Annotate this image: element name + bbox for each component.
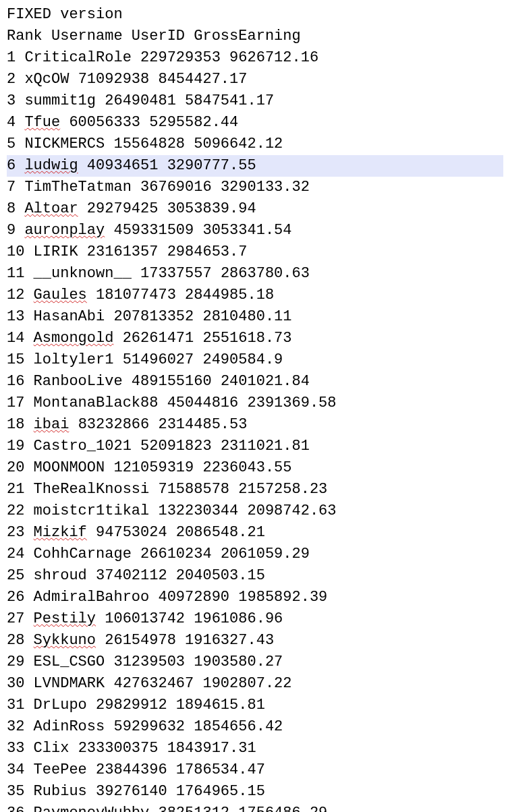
table-row: 3 summit1g 26490481 5847541.17 <box>7 90 503 112</box>
cell-rank: 1 <box>7 49 16 66</box>
table-row: 21 TheRealKnossi 71588578 2157258.23 <box>7 479 503 500</box>
gap <box>24 654 33 670</box>
gap <box>167 524 176 541</box>
cell-username: AdinRoss <box>34 718 105 735</box>
table-row: 26 AdmiralBahroo 40972890 1985892.39 <box>7 587 503 608</box>
gap <box>176 92 185 109</box>
gap <box>24 783 33 800</box>
table-row: 15 loltyler1 51496027 2490584.9 <box>7 349 503 371</box>
cell-gross: 3053341.54 <box>202 222 291 239</box>
table-row: 9 auronplay 459331509 3053341.54 <box>7 220 503 241</box>
cell-rank: 16 <box>7 373 24 390</box>
gap <box>229 481 238 498</box>
table-row: 27 Pestily 106013742 1961086.96 <box>7 608 503 630</box>
gap <box>16 71 24 88</box>
gap <box>24 697 33 714</box>
table-row: 20 MOONMOON 121059319 2236043.55 <box>7 457 503 479</box>
gap <box>24 675 33 692</box>
cell-rank: 22 <box>7 502 24 519</box>
gap <box>24 287 33 303</box>
table-row: 11 __unknown__ 17337557 2863780.63 <box>7 263 503 285</box>
cell-gross: 1756486.29 <box>238 805 327 812</box>
cell-userid: 233300375 <box>78 740 159 757</box>
cell-gross: 2098742.63 <box>247 502 336 519</box>
cell-rank: 12 <box>7 287 24 303</box>
cell-gross: 1902807.22 <box>202 675 291 692</box>
cell-username: moistcr1tikal <box>34 502 150 519</box>
cell-username: TimTheTatman <box>24 179 131 196</box>
cell-username: MontanaBlack88 <box>34 395 159 411</box>
cell-username: ESL_CSGO <box>34 654 105 670</box>
cell-username: TeePee <box>34 761 87 778</box>
cell-rank: 3 <box>7 92 16 109</box>
table-row: 34 TeePee 23844396 1786534.47 <box>7 759 503 781</box>
cell-username: CohhCarnage <box>34 546 132 562</box>
cell-userid: 40972890 <box>158 589 229 606</box>
gap <box>238 395 247 411</box>
gap <box>24 395 33 411</box>
cell-userid: 71092938 <box>78 71 150 88</box>
cell-gross: 2844985.18 <box>185 287 274 303</box>
gap <box>229 589 238 606</box>
gap <box>24 459 33 476</box>
cell-username: DrLupo <box>34 697 87 714</box>
cell-gross: 3053839.94 <box>167 200 256 217</box>
table-row: 18 ibai 83232866 2314485.53 <box>7 414 503 436</box>
cell-rank: 7 <box>7 179 16 196</box>
gap <box>69 416 78 433</box>
table-row: 29 ESL_CSGO 31239503 1903580.27 <box>7 651 503 673</box>
cell-gross: 1916327.43 <box>185 632 274 649</box>
cell-gross: 2391369.58 <box>247 395 336 411</box>
cell-username: Rubius <box>34 783 87 800</box>
table-row: 4 Tfue 60056333 5295582.44 <box>7 112 503 134</box>
table-row: 36 PaymoneyWubby 38251312 1756486.29 <box>7 803 503 812</box>
cell-userid: 94753024 <box>96 524 167 541</box>
gap <box>105 675 113 692</box>
gap <box>16 157 24 174</box>
cell-username: RanbooLive <box>34 373 123 390</box>
gap <box>149 481 158 498</box>
gap <box>16 200 24 217</box>
cell-rank: 20 <box>7 459 24 476</box>
cell-userid: 23161357 <box>87 243 159 260</box>
cell-gross: 1961086.96 <box>194 610 283 627</box>
cell-rank: 13 <box>7 308 24 325</box>
table-row: 23 Mizkif 94753024 2086548.21 <box>7 522 503 544</box>
cell-userid: 26154978 <box>105 632 176 649</box>
cell-username: summit1g <box>24 92 96 109</box>
cell-gross: 1903580.27 <box>194 654 283 670</box>
gap <box>158 740 167 757</box>
table-row: 35 Rubius 39276140 1764965.15 <box>7 781 503 803</box>
gap <box>123 28 132 45</box>
cell-rank: 26 <box>7 589 24 606</box>
cell-userid: 29829912 <box>96 697 167 714</box>
cell-gross: 2551618.73 <box>202 330 291 347</box>
cell-userid: 37402112 <box>96 567 167 584</box>
gap <box>69 740 78 757</box>
cell-rank: 4 <box>7 114 16 131</box>
cell-userid: 106013742 <box>105 610 185 627</box>
cell-userid: 40934651 <box>87 157 159 174</box>
cell-gross: 2157258.23 <box>238 481 327 498</box>
gap <box>60 114 69 131</box>
gap <box>113 330 122 347</box>
cell-gross: 2810480.11 <box>202 308 291 325</box>
cell-gross: 5096642.12 <box>194 136 283 152</box>
gap <box>132 438 140 455</box>
gap <box>194 308 202 325</box>
gap <box>185 654 194 670</box>
gap <box>24 610 33 627</box>
table-row: 17 MontanaBlack88 45044816 2391369.58 <box>7 393 503 414</box>
cell-username: __unknown__ <box>34 265 132 282</box>
cell-rank: 8 <box>7 200 16 217</box>
gap <box>16 92 24 109</box>
cell-gross: 2061059.29 <box>221 546 310 562</box>
cell-username: HasanAbi <box>34 308 105 325</box>
cell-userid: 26261471 <box>123 330 194 347</box>
table-row: 19 Castro_1021 52091823 2311021.81 <box>7 436 503 457</box>
gap <box>212 265 221 282</box>
gap <box>238 502 247 519</box>
cell-username: ibai <box>34 416 69 433</box>
gap <box>87 287 96 303</box>
cell-gross: 1843917.31 <box>167 740 256 757</box>
